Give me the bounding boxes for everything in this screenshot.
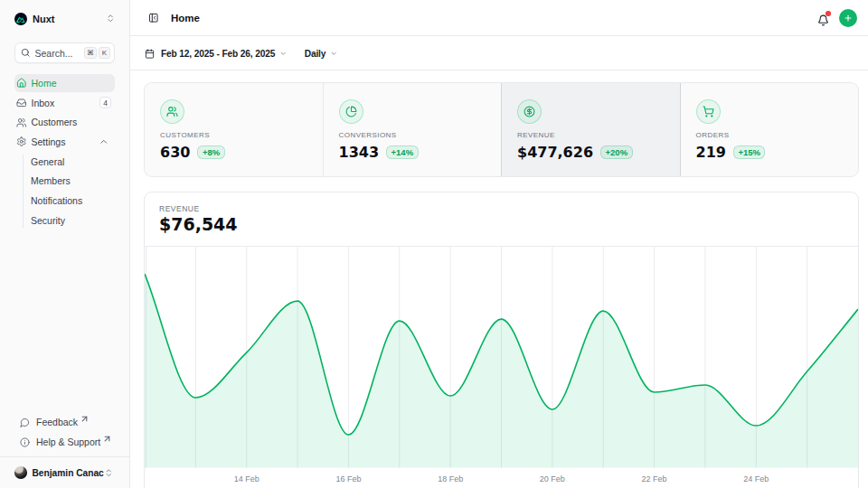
inbox-icon xyxy=(16,98,27,108)
stat-value: 1343 xyxy=(339,144,380,161)
sidebar-item-customers[interactable]: Customers xyxy=(14,113,115,131)
unread-indicator xyxy=(826,11,831,16)
workspace-name: Nuxt xyxy=(33,14,54,24)
chevrons-up-down-icon xyxy=(106,14,116,23)
chart-pie-icon xyxy=(345,106,357,117)
stat-delta-badge: +14% xyxy=(386,145,419,159)
kbd-k: K xyxy=(99,47,110,59)
plus-icon xyxy=(844,14,853,23)
sidebar-nav: Home Inbox 4 Customers Settings Genera xyxy=(14,74,115,231)
sidebar-item-settings[interactable]: Settings xyxy=(14,133,115,151)
stat-orders[interactable]: ORDERS 219 +15% xyxy=(681,83,859,176)
search-placeholder: Search... xyxy=(35,48,73,59)
message-circle-icon xyxy=(20,418,30,427)
bell-icon xyxy=(817,14,829,26)
chevron-down-icon xyxy=(279,50,288,58)
x-axis-tick: 20 Feb xyxy=(540,474,565,483)
sidebar-item-label: Feedback xyxy=(36,417,78,427)
x-axis-tick: 14 Feb xyxy=(234,474,259,483)
search-kbd-shortcuts: ⌘ K xyxy=(84,47,110,59)
shopping-cart-icon xyxy=(703,106,714,117)
stat-value: $477,626 xyxy=(517,144,593,161)
revenue-area-chart[interactable] xyxy=(145,246,858,468)
chart-label: REVENUE xyxy=(159,204,200,213)
granularity-select[interactable]: Daily xyxy=(305,49,338,59)
x-axis-labels: 14 Feb16 Feb18 Feb20 Feb22 Feb24 Feb xyxy=(145,474,858,485)
user-name: Benjamin Canac xyxy=(33,468,104,478)
gear-icon xyxy=(16,136,27,147)
sidebar-item-notifications[interactable]: Notifications xyxy=(31,192,115,210)
users-icon xyxy=(16,117,27,128)
revenue-chart-card: REVENUE $76,544 14 Feb16 Feb18 Feb20 Feb… xyxy=(145,192,858,488)
chart-total: $76,544 xyxy=(159,214,238,234)
x-axis-tick: 18 Feb xyxy=(438,474,463,483)
notifications-button[interactable] xyxy=(817,12,829,23)
top-navbar: Home xyxy=(130,0,868,36)
stat-delta-badge: +8% xyxy=(197,145,224,159)
calendar-icon xyxy=(145,49,155,59)
stat-label: CUSTOMERS xyxy=(160,131,307,139)
stat-value: 630 xyxy=(160,144,190,161)
stat-icon-badge xyxy=(696,99,721,124)
stat-delta-badge: +15% xyxy=(733,145,766,159)
house-icon xyxy=(16,78,27,89)
main-area: Home Feb 12, 2025 - Feb 26, 2025 xyxy=(130,0,868,488)
granularity-label: Daily xyxy=(305,49,326,59)
avatar xyxy=(14,466,27,479)
x-axis-tick: 16 Feb xyxy=(335,474,361,483)
sidebar-item-label: Inbox xyxy=(32,98,55,108)
info-icon xyxy=(20,437,30,447)
stat-label: ORDERS xyxy=(696,131,844,139)
stat-icon-badge xyxy=(517,99,542,124)
x-axis-tick: 22 Feb xyxy=(642,474,667,483)
chevron-up-icon xyxy=(99,136,109,147)
sidebar-footer-nav: Feedback Help & Support xyxy=(14,413,115,453)
stat-revenue[interactable]: REVENUE $477,626 +20% xyxy=(502,83,680,176)
sidebar-item-security[interactable]: Security xyxy=(31,211,115,230)
date-range-label: Feb 12, 2025 - Feb 26, 2025 xyxy=(161,49,275,59)
sidebar-collapse-button[interactable] xyxy=(145,9,163,27)
sidebar-item-feedback[interactable]: Feedback xyxy=(14,413,115,431)
search-icon xyxy=(21,48,31,58)
sidebar-divider xyxy=(0,456,129,457)
sidebar-item-label: Customers xyxy=(32,117,78,127)
panel-left-close-icon xyxy=(148,13,159,23)
nuxt-logo-icon xyxy=(16,15,25,23)
stat-delta-badge: +20% xyxy=(600,145,633,159)
stats-card: CUSTOMERS 630 +8% CONVERSIONS 1343 +14% xyxy=(145,83,858,176)
settings-subnav: General Members Notifications Security xyxy=(14,153,115,230)
circle-dollar-icon xyxy=(524,106,535,117)
user-menu[interactable]: Benjamin Canac xyxy=(14,461,115,484)
kbd-meta: ⌘ xyxy=(84,47,97,59)
chevron-down-icon xyxy=(330,50,338,58)
sidebar-item-home[interactable]: Home xyxy=(14,74,115,92)
stat-icon-badge xyxy=(339,99,363,124)
workspace-selector[interactable]: Nuxt xyxy=(14,7,115,30)
stat-value: 219 xyxy=(696,144,726,161)
search-input[interactable]: Search... ⌘ K xyxy=(14,42,115,63)
stat-customers[interactable]: CUSTOMERS 630 +8% xyxy=(145,83,323,176)
sidebar-item-label: Settings xyxy=(32,136,66,147)
users-icon xyxy=(166,106,178,117)
sidebar-item-members[interactable]: Members xyxy=(31,172,115,190)
inbox-unread-badge: 4 xyxy=(99,97,111,108)
sidebar-item-general[interactable]: General xyxy=(31,153,115,171)
nuxt-logo xyxy=(14,13,27,25)
add-button[interactable] xyxy=(839,9,857,27)
page-title: Home xyxy=(171,13,200,23)
date-range-picker[interactable]: Feb 12, 2025 - Feb 26, 2025 xyxy=(145,49,288,59)
sidebar-item-help-support[interactable]: Help & Support xyxy=(14,433,115,451)
chevrons-up-down-icon xyxy=(104,468,114,478)
filters-toolbar: Feb 12, 2025 - Feb 26, 2025 Daily xyxy=(130,37,868,70)
stat-label: CONVERSIONS xyxy=(339,131,486,139)
sidebar-item-inbox[interactable]: Inbox 4 xyxy=(14,94,115,112)
sidebar-item-label: Help & Support xyxy=(36,436,100,447)
sidebar-item-label: Home xyxy=(32,78,57,89)
arrow-up-right-icon xyxy=(102,434,112,444)
stat-conversions[interactable]: CONVERSIONS 1343 +14% xyxy=(324,83,502,176)
sidebar: Nuxt Search... ⌘ K Home Inbox 4 xyxy=(0,0,130,488)
arrow-up-right-icon xyxy=(80,414,90,424)
x-axis-tick: 24 Feb xyxy=(743,474,769,483)
stat-label: REVENUE xyxy=(517,131,665,139)
stat-icon-badge xyxy=(160,99,184,124)
